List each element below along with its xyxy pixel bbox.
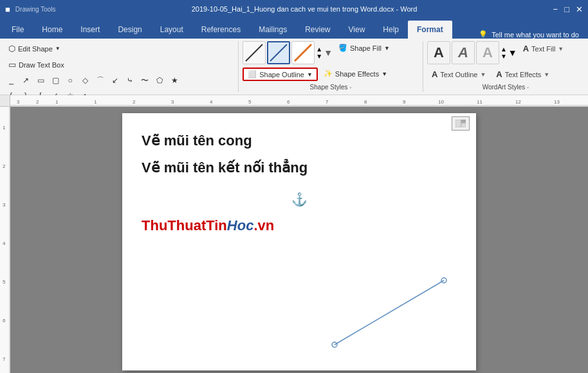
shape-outline-arrow: ▼ — [307, 71, 313, 78]
svg-text:1: 1 — [94, 99, 97, 105]
draw-textbox-button[interactable]: ▭ Draw Text Box — [4, 58, 69, 71]
layout-icon[interactable] — [452, 116, 470, 131]
window-controls: − □ ✕ — [553, 5, 583, 14]
shape-styles-items: ▲ ▼ ▼ 🪣 Shape Fill ▼ ⬜ Shape Outline ▼ — [243, 41, 419, 82]
wordart-expand[interactable]: ◦ — [527, 84, 529, 91]
wordart-up[interactable]: ▲ — [501, 46, 507, 53]
wordart-styles-group: A A A ▲ ▼ ▼ A Text Fill ▼ A — [423, 41, 588, 92]
document-page: Vẽ mũi tên cong Vẽ mũi tên kết nối thẳng… — [122, 113, 476, 370]
brand-hoc: Hoc — [227, 217, 254, 233]
swatch-down[interactable]: ▼ — [316, 53, 322, 60]
shape-styles-expand[interactable]: ◦ — [349, 84, 351, 91]
text-effects-button[interactable]: A Text Effects ▼ — [492, 68, 554, 81]
text-outline-button[interactable]: A Text Outline ▼ — [427, 68, 490, 81]
shape-parallelogram[interactable]: ◇ — [78, 73, 92, 87]
ribbon-content: ⬡ Edit Shape ▼ ▭ Draw Text Box ⎯ ↗ ▭ ▢ ○… — [0, 39, 588, 95]
shape-curve[interactable]: ⌒ — [93, 73, 107, 87]
shape-pentagon[interactable]: ⬠ — [152, 73, 167, 87]
text-effects-row: A Text Effects ▼ — [492, 67, 554, 82]
wordart-swatch-3[interactable]: A — [476, 41, 499, 64]
swatch-up[interactable]: ▲ — [316, 46, 322, 53]
minimize-button[interactable]: − — [553, 5, 558, 14]
shape-outline-button[interactable]: ⬜ Shape Outline ▼ — [243, 68, 318, 81]
svg-line-1 — [270, 44, 287, 61]
tab-design[interactable]: Design — [109, 21, 151, 39]
wordart-nav: ▲ ▼ — [501, 46, 507, 60]
main-area: 1 2 3 4 5 6 7 Vẽ mũi tên cong Vẽ mũi tên — [0, 107, 588, 373]
shape-line[interactable]: ⎯ — [4, 73, 18, 87]
shape-styles-group: ▲ ▼ ▼ 🪣 Shape Fill ▼ ⬜ Shape Outline ▼ — [239, 41, 423, 92]
svg-text:9: 9 — [403, 99, 406, 105]
tab-mailings[interactable]: Mailings — [250, 21, 296, 39]
shape-styles-title[interactable]: Shape Styles ◦ — [243, 82, 419, 92]
wordart-styles-title[interactable]: WordArt Styles ◦ — [427, 82, 584, 92]
svg-text:3: 3 — [3, 202, 6, 208]
draw-textbox-label: Draw Text Box — [19, 61, 64, 69]
svg-text:2: 2 — [36, 99, 39, 105]
line-container — [322, 268, 463, 358]
title-bar: ■ Drawing Tools 2019-10-05_Hai_1_Huong d… — [0, 0, 588, 18]
wordart-more[interactable]: ▼ — [508, 48, 517, 58]
svg-text:5: 5 — [3, 279, 6, 285]
search-area[interactable]: 💡 Tell me what you want to do — [472, 30, 585, 39]
svg-text:1: 1 — [55, 99, 59, 105]
shape-connector[interactable]: ↙ — [108, 73, 122, 87]
shape-fill-label: Shape Fill — [350, 44, 381, 52]
search-label: Tell me what you want to do — [492, 31, 579, 39]
svg-text:13: 13 — [554, 99, 560, 105]
ruler-area: 321 123 456 789 101112 13 — [0, 95, 588, 107]
tab-home[interactable]: Home — [33, 21, 71, 39]
wordart-down[interactable]: ▼ — [501, 53, 507, 60]
text-effects-arrow: ▼ — [544, 71, 549, 78]
anchor-icon: ⚓ — [142, 192, 457, 207]
shape-round-rect[interactable]: ▢ — [48, 73, 62, 87]
close-button[interactable]: ✕ — [576, 5, 583, 14]
shape-outline-row: ⬜ Shape Outline ▼ — [243, 67, 318, 82]
tab-insert[interactable]: Insert — [71, 21, 109, 39]
shape-arrow[interactable]: ↗ — [19, 73, 33, 87]
shape-effects-button[interactable]: ✨ Shape Effects ▼ — [319, 68, 392, 80]
svg-text:1: 1 — [3, 125, 6, 131]
shape-bend[interactable]: ⤷ — [123, 73, 137, 87]
shape-rect[interactable]: ▭ — [33, 73, 48, 87]
wordart-swatch-2[interactable]: A — [452, 41, 475, 64]
ruler-corner — [0, 95, 10, 107]
swatch-more-button[interactable]: ▼ — [324, 48, 333, 58]
tab-layout[interactable]: Layout — [151, 21, 192, 39]
style-swatch-1[interactable] — [243, 41, 266, 64]
svg-line-33 — [335, 280, 444, 345]
shape-oval[interactable]: ○ — [63, 73, 77, 87]
wordart-items: A A A ▲ ▼ ▼ A Text Fill ▼ A — [427, 41, 584, 82]
svg-text:3: 3 — [17, 99, 20, 105]
svg-text:12: 12 — [515, 99, 521, 105]
layout-icon-svg — [455, 120, 466, 127]
text-fill-row: A Text Fill ▼ — [519, 41, 569, 56]
tab-file[interactable]: File — [3, 21, 33, 39]
tab-references[interactable]: References — [192, 21, 250, 39]
shape-freeform[interactable]: 〜 — [138, 73, 152, 87]
shape-effects-label: Shape Effects — [335, 70, 379, 78]
tab-review[interactable]: Review — [296, 21, 339, 39]
maximize-button[interactable]: □ — [564, 5, 569, 14]
text-outline-arrow: ▼ — [480, 71, 486, 78]
tab-view[interactable]: View — [340, 21, 374, 39]
svg-text:8: 8 — [364, 99, 367, 105]
shape-fill-button[interactable]: 🪣 Shape Fill ▼ — [334, 42, 394, 54]
style-swatch-3[interactable] — [291, 41, 315, 64]
text-fill-button[interactable]: A Text Fill ▼ — [519, 42, 569, 55]
edit-shape-caret: ▼ — [55, 46, 60, 51]
brand-thuat: Thuat — [167, 217, 206, 233]
brand-vn: .vn — [253, 217, 274, 233]
ribbon-tab-bar: File Home Insert Design Layout Reference… — [0, 18, 588, 39]
tab-format[interactable]: Format — [408, 21, 452, 39]
edit-shape-label: Edit Shape — [18, 45, 53, 53]
shape-outline-label: Shape Outline — [259, 71, 304, 78]
shape-fill-row: 🪣 Shape Fill ▼ — [334, 41, 394, 55]
tab-help[interactable]: Help — [374, 21, 408, 39]
brand-text: ThuThuatTinHoc.vn — [142, 217, 457, 234]
wordart-swatch-1[interactable]: A — [427, 41, 450, 64]
edit-shape-button[interactable]: ⬡ Edit Shape ▼ — [4, 42, 65, 55]
shape-star[interactable]: ★ — [167, 73, 181, 87]
style-swatch-2[interactable] — [267, 41, 290, 64]
svg-text:4: 4 — [210, 99, 213, 105]
